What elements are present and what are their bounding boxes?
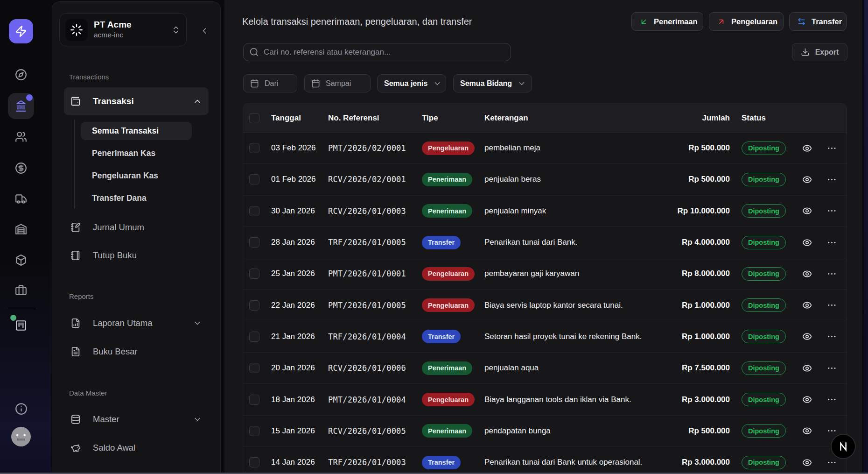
row-menu-button[interactable] [816, 269, 847, 279]
sidebar-subitem-semua-transaksi[interactable]: Semua Transaksi [81, 122, 192, 140]
transfer-button[interactable]: Transfer [789, 12, 847, 31]
cell-jumlah: Rp 3.000.000 [663, 395, 730, 404]
ellipsis-icon [827, 143, 837, 153]
eye-icon [802, 206, 812, 216]
type-badge-blue: Transfer [422, 330, 461, 343]
view-row-button[interactable] [798, 426, 816, 436]
cell-keterangan: pembayaran gaji karyawan [484, 269, 663, 278]
row-checkbox[interactable] [249, 332, 259, 342]
table-row[interactable]: 20 Jan 2026RCV/2026/01/0006Penerimaanpen… [243, 353, 847, 384]
table-row[interactable]: 15 Jan 2026RCV/2026/01/0005Penerimaanpen… [243, 416, 847, 447]
rail-item-landmark[interactable] [8, 93, 34, 119]
file-text-icon [70, 347, 81, 357]
view-row-button[interactable] [798, 395, 816, 404]
rail-item-users[interactable] [8, 124, 34, 150]
rail-item-warehouse[interactable] [8, 216, 34, 242]
loader-icon [70, 23, 83, 36]
row-checkbox[interactable] [249, 426, 259, 436]
avatar-face-icon [11, 427, 31, 446]
view-row-button[interactable] [798, 332, 816, 341]
row-checkbox[interactable] [249, 174, 259, 184]
row-checkbox[interactable] [249, 300, 259, 311]
sidebar-item-saldo-awal[interactable]: Saldo Awal [64, 437, 209, 459]
filter-dari[interactable]: Dari [243, 74, 297, 92]
table-row[interactable]: 14 Jan 2026TRF/2026/01/0003TransferPenar… [243, 447, 847, 474]
cell-referensi: TRF/2026/01/0003 [328, 458, 422, 467]
type-badge-green: Penerimaan [422, 204, 472, 218]
sidebar-collapse-button[interactable] [197, 23, 212, 38]
filter-semua-bidang[interactable]: Semua Bidang [453, 74, 532, 92]
sidebar-subitem-penerimaan-kas[interactable]: Penerimaan Kas [81, 142, 192, 164]
table-row[interactable]: 03 Feb 2026PMT/2026/02/0001Pengeluaranpe… [243, 133, 847, 164]
sidebar-subitem-pengeluaran-kas[interactable]: Pengeluaran Kas [81, 164, 192, 187]
row-menu-button[interactable] [816, 395, 847, 404]
pengeluaran-button[interactable]: Pengeluaran [709, 12, 784, 31]
table-row[interactable]: 01 Feb 2026RCV/2026/02/0001Penerimaanpen… [243, 164, 847, 195]
cell-keterangan: pendapatan bunga [484, 426, 663, 436]
row-menu-button[interactable] [816, 332, 847, 341]
sidebar-item-jurnal-umum[interactable]: Jurnal Umum [64, 216, 209, 239]
view-row-button[interactable] [798, 269, 816, 279]
sidebar-item-laporan-utama[interactable]: Laporan Utama [64, 312, 209, 334]
view-row-button[interactable] [798, 300, 816, 310]
sidebar-item-tutup-buku[interactable]: Tutup Buku [64, 244, 209, 267]
sidebar-item-buku-besar[interactable]: Buku Besar [64, 340, 209, 363]
view-row-button[interactable] [798, 206, 816, 216]
row-checkbox[interactable] [249, 395, 259, 405]
table-row[interactable]: 18 Jan 2026PMT/2026/01/0004PengeluaranBi… [243, 384, 847, 415]
nextjs-dev-badge[interactable] [831, 434, 856, 459]
users-icon [15, 131, 27, 143]
rail-item-briefcase[interactable] [8, 277, 34, 304]
rail-item-info[interactable] [8, 396, 34, 422]
workspace-switcher[interactable]: PT Acme acme-inc [59, 13, 187, 46]
status-badge: Diposting [742, 456, 786, 469]
row-menu-button[interactable] [816, 300, 847, 310]
row-checkbox[interactable] [249, 457, 259, 467]
view-row-button[interactable] [798, 458, 816, 467]
row-checkbox[interactable] [249, 363, 259, 373]
table-row[interactable]: 28 Jan 2026TRF/2026/01/0005TransferPenar… [243, 227, 847, 258]
rail-item-truck[interactable] [8, 186, 34, 212]
column-header-jumlah: Jumlah [663, 113, 730, 123]
table-row[interactable]: 21 Jan 2026TRF/2026/01/0004TransferSetor… [243, 321, 847, 353]
row-checkbox[interactable] [249, 143, 259, 153]
view-row-button[interactable] [798, 143, 816, 153]
row-menu-button[interactable] [816, 363, 847, 373]
vertical-scrollbar[interactable] [864, 0, 868, 474]
row-checkbox[interactable] [249, 237, 259, 248]
export-button[interactable]: Export [792, 43, 847, 61]
sidebar-subitem-transfer-dana[interactable]: Transfer Dana [81, 187, 192, 209]
rail-item-kanban[interactable] [8, 312, 34, 339]
row-checkbox[interactable] [249, 206, 259, 216]
row-menu-button[interactable] [816, 143, 847, 153]
column-header-tanggal: Tanggal [271, 113, 328, 123]
table-row[interactable]: 30 Jan 2026RCV/2026/01/0003Penerimaanpen… [243, 196, 847, 227]
select-all-checkbox[interactable] [249, 113, 259, 123]
row-menu-button[interactable] [816, 238, 847, 248]
rail-item-circle-dollar[interactable] [8, 155, 34, 181]
type-badge-green: Penerimaan [422, 173, 472, 186]
row-menu-button[interactable] [816, 175, 847, 184]
view-row-button[interactable] [798, 363, 816, 373]
view-row-button[interactable] [798, 238, 816, 248]
search-input[interactable] [264, 48, 505, 57]
filter-sampai[interactable]: Sampai [304, 74, 371, 92]
view-row-button[interactable] [798, 175, 816, 184]
cell-referensi: TRF/2026/01/0004 [328, 332, 422, 341]
status-badge: Diposting [742, 141, 786, 155]
rail-item-package[interactable] [8, 247, 34, 273]
table-row[interactable]: 22 Jan 2026PMT/2026/01/0005PengeluaranBi… [243, 290, 847, 321]
avatar[interactable] [11, 427, 31, 446]
ellipsis-icon [827, 458, 837, 467]
row-checkbox[interactable] [249, 269, 259, 279]
cell-tanggal: 25 Jan 2026 [271, 269, 328, 278]
filter-semua-jenis[interactable]: Semua jenis [377, 74, 446, 92]
sidebar-item-master[interactable]: Master [64, 408, 209, 431]
penerimaan-button[interactable]: Penerimaan [631, 12, 703, 31]
row-menu-button[interactable] [816, 206, 847, 216]
cell-tanggal: 20 Jan 2026 [271, 363, 328, 373]
app-logo[interactable] [9, 19, 33, 43]
rail-item-compass[interactable] [8, 62, 34, 88]
table-row[interactable]: 25 Jan 2026PMT/2026/01/0001Pengeluaranpe… [243, 258, 847, 290]
sidebar-item-transaksi[interactable]: Transaksi [64, 87, 209, 115]
